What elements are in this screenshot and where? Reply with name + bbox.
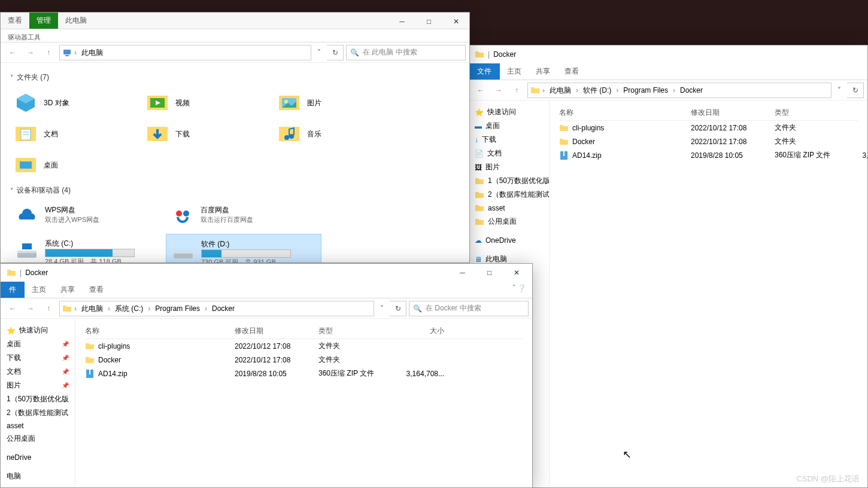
tab-file[interactable]: 文件 [469, 63, 500, 80]
crumb-this-pc[interactable]: 此电脑 [79, 45, 105, 60]
col-type[interactable]: 类型 [318, 326, 390, 336]
side-onedrive[interactable]: ☁OneDrive [471, 234, 547, 246]
side-onedrive[interactable]: neDrive [3, 452, 72, 463]
desktop-icon [14, 153, 38, 177]
folder-videos[interactable]: 视频 [142, 87, 274, 118]
close-button[interactable]: ✕ [503, 264, 530, 282]
drive-d[interactable]: 软件 (D:) 730 GB 可用，共 931 GB [166, 234, 321, 263]
side-downloads[interactable]: 下载📌 [3, 351, 72, 365]
nav-up[interactable]: ↑ [40, 45, 57, 60]
col-size[interactable]: 大小 [390, 326, 444, 336]
col-type[interactable]: 类型 [775, 108, 846, 118]
refresh-button[interactable]: ↻ [327, 45, 344, 60]
drive-c[interactable]: 系统 (C:) 28.4 GB 可用，共 118 GB [10, 234, 166, 263]
side-desktop[interactable]: ▬桌面 [471, 119, 547, 133]
address-bar[interactable]: ›此电脑 ›软件 (D:) ›Program Files ›Docker [527, 83, 831, 98]
side-pictures[interactable]: 🖼图片 [471, 160, 547, 174]
crumb-docker[interactable]: Docker [210, 301, 237, 316]
nav-up[interactable]: ↑ [508, 83, 525, 98]
table-row[interactable]: AD14.zip2019/8/28 10:05360压缩 ZIP 文件3,164… [85, 367, 523, 380]
address-dropdown[interactable]: ˅ [314, 45, 324, 60]
side-folder-2[interactable]: 2（数据库性能测试 [3, 406, 72, 420]
help-icon[interactable]: ˇ ❔ [507, 282, 532, 298]
table-row[interactable]: Docker2022/10/12 17:08文件夹 [85, 353, 523, 367]
tab-manage[interactable]: 管理 [29, 13, 58, 29]
maximize-button[interactable]: □ [476, 264, 503, 282]
tab-home[interactable]: 主页 [500, 63, 529, 80]
table-row[interactable]: cli-plugins2022/10/12 17:08文件夹 [559, 121, 858, 135]
drive-baidu[interactable]: 百度网盘 双击运行百度网盘 [166, 200, 321, 234]
nav-forward[interactable]: → [490, 83, 507, 98]
nav-back[interactable]: ← [4, 301, 21, 316]
tab-view[interactable]: 查看 [82, 282, 111, 298]
crumb-docker[interactable]: Docker [678, 83, 705, 97]
side-documents[interactable]: 文档📌 [3, 365, 72, 379]
crumb-drive[interactable]: 软件 (D:) [581, 83, 614, 97]
col-size[interactable]: 大小 [846, 108, 867, 118]
crumb-drive[interactable]: 系统 (C:) [113, 301, 145, 316]
crumb-this-pc[interactable]: 此电脑 [547, 83, 573, 97]
search-input[interactable]: 🔍 在 此电脑 中搜索 [346, 45, 466, 60]
side-quick-access[interactable]: ⭐快速访问 [3, 324, 72, 337]
folder-desktop[interactable]: 桌面 [10, 150, 142, 181]
nav-back[interactable]: ← [4, 45, 21, 60]
address-dropdown[interactable]: ˅ [377, 301, 387, 316]
tab-share[interactable]: 共享 [53, 282, 82, 298]
tab-file[interactable]: 件 [1, 282, 25, 298]
side-desktop[interactable]: 桌面📌 [3, 337, 72, 351]
table-row[interactable]: Docker2022/10/12 17:08文件夹 [559, 135, 858, 148]
side-asset[interactable]: asset [3, 420, 72, 432]
minimize-button[interactable]: ─ [389, 13, 415, 30]
col-name[interactable]: 名称 [559, 108, 691, 118]
tab-drive-tools[interactable]: 驱动器工具 [1, 29, 48, 42]
search-input[interactable]: 🔍 在 Docker 中搜索 [409, 301, 529, 316]
side-pictures[interactable]: 图片📌 [3, 379, 72, 392]
crumb-program-files[interactable]: Program Files [621, 83, 670, 97]
side-documents[interactable]: 📄文档 [471, 147, 547, 160]
close-button[interactable]: ✕ [442, 13, 469, 30]
titlebar[interactable]: | Docker ─ □ ✕ [1, 264, 532, 282]
folder-pictures[interactable]: 图片 [274, 87, 405, 118]
side-folder-1[interactable]: 1（50万数据优化版 [471, 174, 547, 188]
folder-documents[interactable]: 文档 [10, 118, 142, 150]
table-row[interactable]: AD14.zip2019/8/28 10:05360压缩 ZIP 文件3,164… [559, 148, 858, 162]
tab-thispc[interactable]: 此电脑 [58, 13, 94, 29]
side-folder-2[interactable]: 2（数据库性能测试 [471, 188, 547, 202]
titlebar[interactable]: | Docker [469, 45, 867, 63]
side-this-pc[interactable]: 电脑 [3, 469, 72, 483]
refresh-button[interactable]: ↻ [390, 301, 406, 316]
address-bar[interactable]: ›此电脑 ›系统 (C:) ›Program Files ›Docker [59, 301, 374, 316]
table-row[interactable]: cli-plugins2022/10/12 17:08文件夹 [85, 339, 523, 353]
address-bar[interactable]: › 此电脑 [59, 45, 311, 60]
tab-view[interactable]: 查看 [1, 13, 29, 29]
drive-wps[interactable]: WPS网盘 双击进入WPS网盘 [10, 200, 166, 234]
side-quick-access[interactable]: ⭐快速访问 [471, 105, 547, 119]
folder-music[interactable]: 音乐 [274, 118, 405, 150]
ribbon-subtabs: 驱动器工具 [1, 29, 469, 42]
nav-up[interactable]: ↑ [40, 301, 57, 316]
side-public-desktop[interactable]: 公用桌面 [3, 432, 72, 446]
folder-downloads[interactable]: 下载 [142, 118, 274, 150]
group-header-drives[interactable]: ˅ 设备和驱动器 (4) [10, 181, 460, 200]
side-public-desktop[interactable]: 公用桌面 [471, 215, 547, 228]
nav-forward[interactable]: → [22, 45, 39, 60]
refresh-button[interactable]: ↻ [847, 83, 864, 98]
tab-share[interactable]: 共享 [529, 63, 557, 80]
group-header-folders[interactable]: ˅ 文件夹 (7) [10, 68, 460, 87]
tab-home[interactable]: 主页 [25, 282, 53, 298]
address-dropdown[interactable]: ˅ [834, 83, 845, 98]
maximize-button[interactable]: □ [415, 13, 442, 30]
side-asset[interactable]: asset [471, 202, 547, 215]
folder-3d-objects[interactable]: 3D 对象 [10, 87, 142, 118]
tab-view[interactable]: 查看 [557, 63, 586, 80]
crumb-program-files[interactable]: Program Files [153, 301, 202, 316]
col-name[interactable]: 名称 [85, 326, 235, 336]
col-date[interactable]: 修改日期 [691, 108, 775, 118]
side-folder-1[interactable]: 1（50万数据优化版 [3, 392, 72, 406]
crumb-this-pc[interactable]: 此电脑 [79, 301, 105, 316]
col-date[interactable]: 修改日期 [235, 326, 318, 336]
nav-back[interactable]: ← [472, 83, 489, 98]
minimize-button[interactable]: ─ [449, 264, 476, 282]
nav-forward[interactable]: → [22, 301, 39, 316]
side-downloads[interactable]: ↓下载 [471, 133, 547, 147]
